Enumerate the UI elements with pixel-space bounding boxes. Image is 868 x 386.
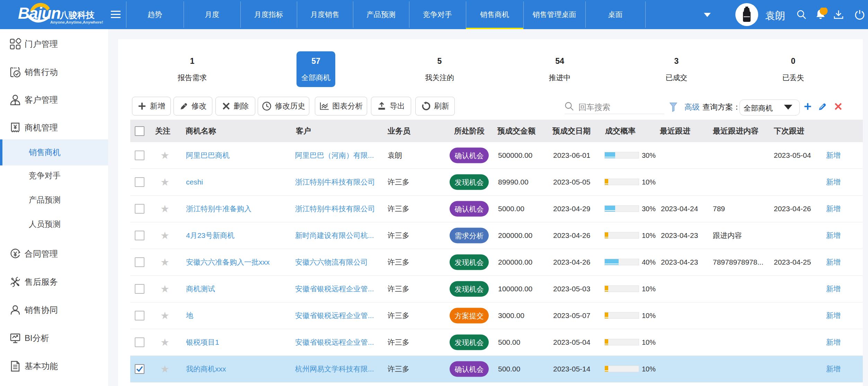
svg-text:八骏科技: 八骏科技 [60, 10, 95, 20]
svg-text:Bajun: Bajun [18, 4, 61, 22]
svg-text:Anyone,Anytime,Anywhere!: Anyone,Anytime,Anywhere! [50, 20, 103, 24]
